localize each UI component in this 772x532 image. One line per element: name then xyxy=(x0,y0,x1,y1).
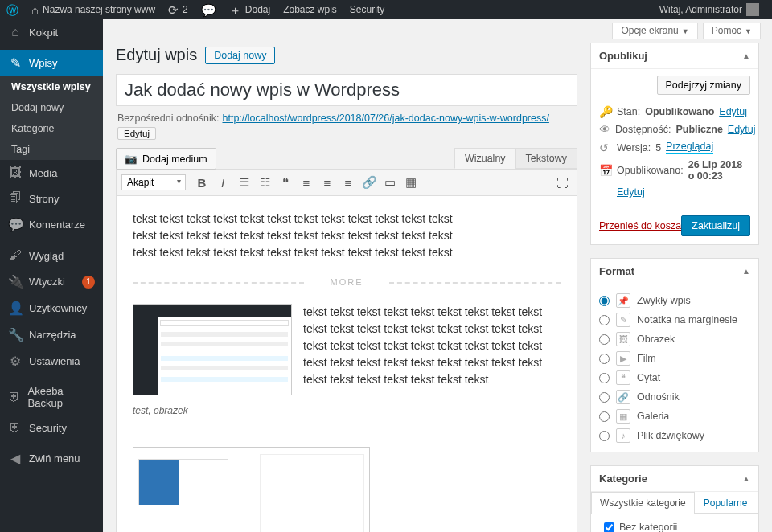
image-caption: test, obrazek xyxy=(133,400,292,418)
format-radio[interactable] xyxy=(599,296,610,306)
site-name-link[interactable]: ⌂Nazwa naszej strony www xyxy=(25,0,162,19)
format-label: Plik dźwiękowy xyxy=(637,430,704,441)
format-radio[interactable] xyxy=(599,392,610,403)
permalink-label: Bezpośredni odnośnik: xyxy=(117,113,219,124)
preview-changes-button[interactable]: Podejrzyj zmiany xyxy=(657,76,750,95)
wp-logo[interactable]: ⓦ xyxy=(0,0,25,19)
add-media-button[interactable]: 📷Dodaj medium xyxy=(116,148,216,170)
embedded-image[interactable] xyxy=(133,447,370,533)
screen-options-tab[interactable]: Opcje ekranu▼ xyxy=(612,23,697,39)
permalink-edit-button[interactable]: Edytuj xyxy=(117,127,156,140)
sidebar-item-dashboard[interactable]: ⌂Kokpit xyxy=(0,19,103,45)
bullet-list-button[interactable]: ☰ xyxy=(234,173,253,192)
update-button[interactable]: Zaktualizuj xyxy=(681,215,750,236)
format-option[interactable]: ▶Film xyxy=(599,349,750,368)
collapse-icon: ◀ xyxy=(8,451,23,466)
category-item[interactable]: Bez kategorii xyxy=(599,520,750,532)
plug-icon: 🔌 xyxy=(8,274,23,289)
format-radio[interactable] xyxy=(599,334,610,345)
format-option[interactable]: 🔗Odnośnik xyxy=(599,387,750,407)
format-icon: ✎ xyxy=(616,313,630,327)
pin-icon: ✎ xyxy=(8,55,23,71)
caret-down-icon: ▼ xyxy=(682,27,689,35)
sidebar-item-posts[interactable]: ✎Wpisy xyxy=(0,50,103,76)
sidebar-item-all-posts[interactable]: Wszystkie wpisy xyxy=(0,76,103,97)
key-icon: 🔑 xyxy=(599,105,612,118)
align-left-button[interactable]: ≡ xyxy=(297,173,316,192)
post-title-input[interactable] xyxy=(116,74,577,106)
format-label: Film xyxy=(637,353,656,364)
sidebar-item-collapse[interactable]: ◀Zwiń menu xyxy=(0,445,103,472)
format-radio[interactable] xyxy=(599,431,610,441)
publish-metabox-toggle[interactable]: Opublikuj▲ xyxy=(591,43,758,69)
sidebar-item-media[interactable]: 🖼Media xyxy=(0,160,103,186)
format-option[interactable]: ♪Plik dźwiękowy xyxy=(599,426,750,445)
format-label: Zwykły wpis xyxy=(637,295,691,306)
triangle-up-icon: ▲ xyxy=(742,51,750,60)
editor-content[interactable]: tekst tekst tekst tekst tekst tekst teks… xyxy=(117,196,577,532)
paragraph-select[interactable]: Akapit xyxy=(121,174,186,190)
greeting-link[interactable]: Witaj, Administrator xyxy=(653,0,766,19)
italic-button[interactable]: I xyxy=(213,173,232,192)
comments-link[interactable]: 💬 xyxy=(195,0,223,19)
sidebar-item-settings[interactable]: ⚙Ustawienia xyxy=(0,348,103,374)
format-option[interactable]: 🖼Obrazek xyxy=(599,329,750,349)
format-radio[interactable] xyxy=(599,354,610,364)
security-link[interactable]: Security xyxy=(343,0,391,19)
updates-link[interactable]: ⟳2 xyxy=(162,0,195,19)
cat-tab-all[interactable]: Wszystkie kategorie xyxy=(591,492,695,514)
format-option[interactable]: ❝Cytat xyxy=(599,368,750,387)
sidebar-item-akeeba[interactable]: ⛨Akeeba Backup xyxy=(0,379,103,415)
permalink-url[interactable]: http://localhost/wordpress/2018/07/26/ja… xyxy=(222,113,548,124)
tab-text[interactable]: Tekstowy xyxy=(515,148,577,169)
sidebar-item-plugins[interactable]: 🔌Wtyczki1 xyxy=(0,268,103,295)
pages-icon: 🗐 xyxy=(8,191,23,206)
sidebar-item-users[interactable]: 👤Użytkownicy xyxy=(0,295,103,321)
published-edit-link[interactable]: Edytuj xyxy=(617,186,645,198)
revisions-browse-link[interactable]: Przeglądaj xyxy=(666,141,713,154)
status-edit-link[interactable]: Edytuj xyxy=(719,106,747,117)
sidebar-item-tags[interactable]: Tagi xyxy=(0,139,103,160)
sidebar-item-security[interactable]: ⛨Security xyxy=(0,415,103,440)
fullscreen-button[interactable]: ⛶ xyxy=(552,173,572,192)
tab-visual[interactable]: Wizualny xyxy=(454,148,516,169)
format-option[interactable]: 📌Zwykły wpis xyxy=(599,291,750,310)
link-button[interactable]: 🔗 xyxy=(359,173,379,192)
sidebar-item-pages[interactable]: 🗐Strony xyxy=(0,186,103,211)
help-tab[interactable]: Pomoc▼ xyxy=(703,23,761,39)
toolbar-toggle-button[interactable]: ▦ xyxy=(401,173,421,192)
cat-tab-popular[interactable]: Popularne xyxy=(695,492,757,514)
bold-button[interactable]: B xyxy=(192,173,211,192)
more-button[interactable]: ▭ xyxy=(380,173,400,192)
view-post-link[interactable]: Zobacz wpis xyxy=(277,0,343,19)
categories-metabox-toggle[interactable]: Kategorie▲ xyxy=(591,466,758,492)
numbered-list-button[interactable]: ☷ xyxy=(255,173,274,192)
plugin-update-badge: 1 xyxy=(82,276,95,289)
align-center-button[interactable]: ≡ xyxy=(318,173,337,192)
format-label: Obrazek xyxy=(637,334,675,345)
new-link[interactable]: ＋Dodaj xyxy=(223,0,277,19)
format-metabox-toggle[interactable]: Format▲ xyxy=(591,259,758,284)
sidebar-item-appearance[interactable]: 🖌Wygląd xyxy=(0,243,103,268)
format-radio[interactable] xyxy=(599,315,610,325)
visibility-edit-link[interactable]: Edytuj xyxy=(728,124,756,135)
sidebar-item-tools[interactable]: 🔧Narzędzia xyxy=(0,321,103,348)
camera-icon: 📷 xyxy=(125,153,138,165)
sidebar-item-comments[interactable]: 💬Komentarze xyxy=(0,211,103,238)
category-checkbox[interactable] xyxy=(604,522,614,533)
format-option[interactable]: ✎Notatka na marginesie xyxy=(599,310,750,329)
format-radio[interactable] xyxy=(599,373,610,383)
format-label: Galeria xyxy=(637,411,669,422)
add-new-button[interactable]: Dodaj nowy xyxy=(205,47,275,64)
sidebar-item-add-new[interactable]: Dodaj nowy xyxy=(0,97,103,118)
embedded-image[interactable] xyxy=(133,304,292,395)
align-right-button[interactable]: ≡ xyxy=(339,173,358,192)
format-radio[interactable] xyxy=(599,411,610,422)
sidebar-item-categories[interactable]: Kategorie xyxy=(0,118,103,139)
trash-link[interactable]: Przenieś do kosza xyxy=(599,220,681,231)
main-content: Opcje ekranu▼ Pomoc▼ Edytuj wpis Dodaj n… xyxy=(103,19,772,532)
triangle-up-icon: ▲ xyxy=(742,474,750,483)
blockquote-button[interactable]: ❝ xyxy=(276,173,295,192)
body-text: tekst tekst tekst tekst tekst tekst teks… xyxy=(133,211,462,261)
format-option[interactable]: ▦Galeria xyxy=(599,407,750,426)
